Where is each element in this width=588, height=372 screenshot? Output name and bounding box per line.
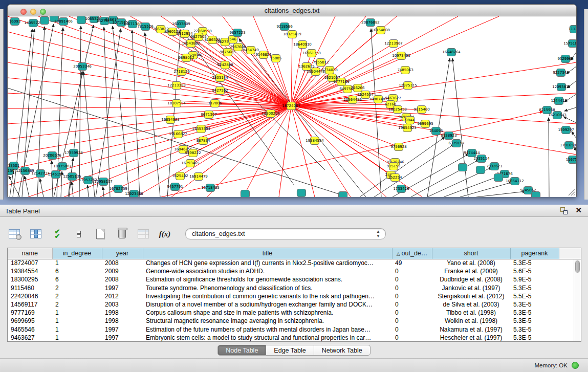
column-header-pagerank[interactable]: pagerank bbox=[510, 248, 559, 259]
table-selector-dropdown[interactable]: citations_edges.txt ▲▼ bbox=[185, 228, 386, 239]
close-panel-icon[interactable]: ✕ bbox=[575, 206, 582, 215]
network-node-yellow[interactable]: 18325419 bbox=[283, 31, 301, 38]
network-node-yellow[interactable]: 9756928 bbox=[390, 143, 406, 151]
table-row[interactable]: 969969511998Structural magnetic resonanc… bbox=[8, 317, 581, 325]
network-node-teal[interactable]: 16033809 bbox=[172, 20, 190, 28]
network-node-yellow[interactable]: 7955812 bbox=[313, 59, 329, 67]
network-node-yellow[interactable]: 19384554 bbox=[306, 137, 324, 145]
network-node-teal[interactable]: 9218586 bbox=[276, 23, 293, 31]
svg-text:16210643: 16210643 bbox=[548, 113, 567, 117]
network-node-yellow[interactable]: 19854923 bbox=[161, 116, 180, 124]
network-node-teal[interactable] bbox=[40, 17, 49, 25]
table-row[interactable]: 1872400712008Changes of HCN gene express… bbox=[8, 259, 581, 267]
network-node-yellow[interactable]: 16154808 bbox=[372, 27, 390, 34]
table-row[interactable]: 1830029562008Estimation of significance … bbox=[8, 275, 581, 283]
tab-node-table[interactable]: Node Table bbox=[217, 345, 266, 356]
memory-status-icon[interactable] bbox=[572, 362, 579, 369]
column-header-in_degree[interactable]: in_degree bbox=[52, 248, 102, 259]
network-node-yellow[interactable]: 8671307 bbox=[201, 111, 216, 119]
network-node-teal[interactable] bbox=[297, 189, 306, 197]
network-node-teal[interactable]: 9329966 bbox=[557, 55, 574, 63]
float-panel-icon[interactable] bbox=[560, 207, 568, 214]
table-row[interactable]: 946362711997Embryonic stem cells: a mode… bbox=[8, 334, 581, 342]
network-node-teal[interactable]: 11124 bbox=[569, 26, 576, 33]
network-node-teal[interactable] bbox=[494, 174, 503, 182]
network-node-yellow[interactable]: 9844 bbox=[405, 117, 415, 124]
network-node-yellow[interactable]: 20564486 bbox=[343, 96, 362, 104]
tab-network-table[interactable]: Network Table bbox=[314, 345, 371, 356]
network-node-teal[interactable]: 1599297 bbox=[558, 126, 574, 134]
network-node-teal[interactable] bbox=[77, 16, 86, 24]
network-node-yellow[interactable]: 16793465 bbox=[181, 160, 200, 167]
table-settings-icon[interactable] bbox=[7, 227, 21, 240]
network-node-teal[interactable]: 15751874 bbox=[563, 40, 576, 48]
network-node-teal[interactable]: 15718485 bbox=[201, 184, 220, 192]
table-row[interactable]: 2242004622012Investigating the contribut… bbox=[8, 292, 581, 300]
network-node-yellow[interactable]: 8427552 bbox=[212, 87, 228, 95]
svg-text:16793465: 16793465 bbox=[181, 161, 200, 165]
network-node-teal[interactable]: 10654112 bbox=[506, 178, 524, 185]
function-builder-icon[interactable]: f(x) bbox=[158, 227, 172, 240]
column-header-short[interactable]: short bbox=[432, 248, 510, 259]
network-node-teal[interactable] bbox=[476, 166, 485, 174]
network-node-yellow[interactable]: 16961758 bbox=[302, 50, 321, 57]
network-node-teal[interactable] bbox=[241, 190, 250, 198]
network-node-teal[interactable]: 10975887 bbox=[53, 163, 72, 170]
row-height-icon[interactable] bbox=[72, 227, 86, 240]
table-row[interactable]: 911546021997Tourette syndrome. Phenomeno… bbox=[8, 284, 581, 292]
network-node-yellow[interactable]: 117006 bbox=[208, 100, 222, 107]
network-node-teal[interactable] bbox=[459, 164, 467, 171]
network-node-yellow[interactable]: 18640910 bbox=[293, 41, 312, 49]
network-node-teal[interactable]: 1733426 bbox=[393, 185, 409, 193]
network-node-teal[interactable]: 1244413 bbox=[551, 97, 567, 105]
network-node-yellow[interactable]: 15885 bbox=[270, 55, 281, 62]
network-node-yellow[interactable]: 9115460 bbox=[413, 106, 429, 114]
network-node-teal[interactable]: 9227341 bbox=[553, 69, 569, 77]
network-node-teal[interactable] bbox=[532, 192, 540, 198]
network-node-teal[interactable]: 16648764 bbox=[442, 49, 461, 56]
network-node-teal[interactable]: 17016504 bbox=[560, 142, 576, 149]
network-node-yellow[interactable]: 12213967 bbox=[384, 40, 403, 48]
network-node-yellow[interactable]: 7625402 bbox=[172, 172, 188, 180]
select-columns-icon[interactable]: ✔✔ bbox=[50, 227, 64, 240]
table-row[interactable]: 977716911998Corpus callosum shape and si… bbox=[8, 309, 581, 317]
table-scrollbar[interactable] bbox=[574, 259, 580, 342]
show-columns-icon[interactable] bbox=[29, 227, 43, 240]
new-table-icon[interactable] bbox=[93, 227, 107, 240]
window-title: citations_edges.txt bbox=[8, 7, 576, 14]
column-header-title[interactable]: title bbox=[143, 248, 392, 259]
network-node-yellow[interactable]: 9242848 bbox=[217, 61, 233, 69]
network-node-teal[interactable]: 16093 bbox=[9, 18, 20, 26]
resize-grip-icon[interactable] bbox=[567, 188, 575, 196]
table-scrollbar-thumb[interactable] bbox=[575, 260, 580, 273]
network-node-teal[interactable]: 12093872 bbox=[552, 83, 571, 91]
column-header-name[interactable]: name bbox=[8, 248, 52, 259]
network-node-teal[interactable]: 12923468 bbox=[125, 190, 143, 198]
network-node-teal[interactable]: 116753 bbox=[566, 156, 576, 164]
network-node-yellow[interactable]: 12975115 bbox=[399, 82, 417, 90]
column-header-year[interactable]: year bbox=[102, 248, 143, 259]
network-node-yellow[interactable]: 16914479 bbox=[189, 173, 208, 181]
network-node-yellow[interactable]: 19166827 bbox=[169, 130, 187, 138]
column-header-out_de…[interactable]: △out_de… bbox=[392, 248, 432, 259]
network-node-yellow[interactable]: 7485063 bbox=[397, 67, 413, 74]
network-node-teal[interactable]: 17359938 bbox=[64, 149, 83, 157]
tab-edge-table[interactable]: Edge Table bbox=[266, 345, 314, 356]
table-row[interactable]: 1456911722003Disruption of a novel membe… bbox=[8, 300, 581, 309]
column-header-filler[interactable] bbox=[559, 248, 581, 259]
table-row[interactable]: 946554611997Estimation of the future num… bbox=[8, 325, 581, 334]
network-node-yellow[interactable]: 12213383 bbox=[167, 82, 186, 90]
node-table-container: namein_degreeyeartitle△out_de…shortpager… bbox=[7, 248, 581, 342]
network-node-yellow[interactable]: 19654923 bbox=[398, 124, 417, 132]
network-canvas[interactable]: 1872400776638228960128891295422260538982… bbox=[8, 16, 576, 197]
network-window-titlebar[interactable]: citations_edges.txt bbox=[8, 5, 576, 16]
network-node-yellow[interactable]: 15353594 bbox=[192, 125, 210, 133]
svg-text:9844: 9844 bbox=[405, 118, 415, 122]
network-node-teal[interactable] bbox=[339, 192, 347, 198]
network-node-yellow[interactable]: 9699695 bbox=[417, 120, 433, 128]
table-row[interactable]: 1938455462009Genome-wide association stu… bbox=[8, 267, 581, 275]
network-node-teal[interactable]: 9457791 bbox=[167, 183, 183, 191]
delete-table-icon[interactable] bbox=[115, 227, 129, 240]
network-node-teal[interactable]: 6379197 bbox=[448, 140, 464, 147]
network-node-teal[interactable]: 20876882 bbox=[361, 19, 380, 27]
